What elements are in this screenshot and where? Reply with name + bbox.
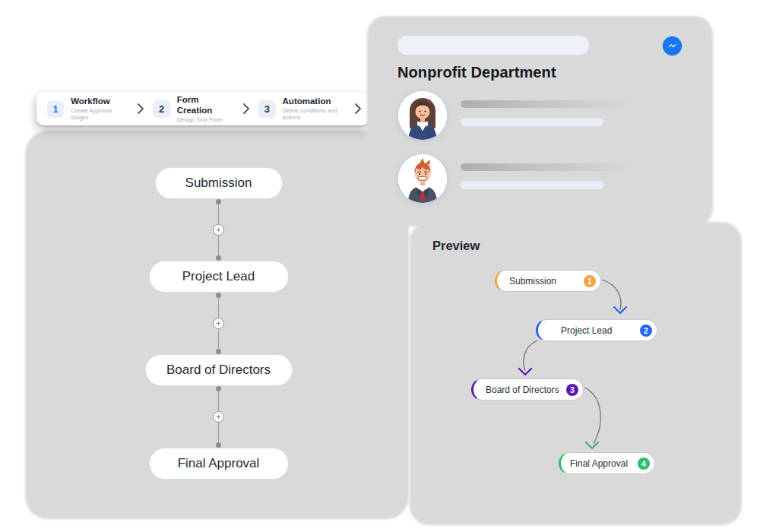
page: 1 Workflow Create Approval Stages 2 Form… xyxy=(0,0,760,532)
preview-node-label: Submission xyxy=(509,276,556,287)
connector-line xyxy=(218,329,220,349)
step-number-badge: 3 xyxy=(566,384,578,396)
stage-pill-project-lead[interactable]: Project Lead xyxy=(149,261,289,293)
connector-dot xyxy=(216,349,221,354)
arrowhead-to-final xyxy=(586,442,598,448)
skeleton-line xyxy=(461,163,632,171)
skeleton-line xyxy=(461,100,632,108)
step-1-label: Workflow xyxy=(71,96,128,106)
step-form-creation[interactable]: 2 Form Creation Design Your Form xyxy=(153,94,234,123)
chevron-right-icon xyxy=(354,103,362,115)
preview-node-label: Project Lead xyxy=(561,325,612,336)
preview-title: Preview xyxy=(432,239,480,253)
add-stage-button[interactable]: + xyxy=(213,318,224,329)
skeleton-lines xyxy=(461,163,632,189)
connector-dot xyxy=(216,255,221,261)
preview-node-label: Final Approval xyxy=(570,458,628,469)
stage-pill-submission[interactable]: Submission xyxy=(155,167,283,199)
woman-avatar xyxy=(397,90,448,141)
skeleton-bar xyxy=(397,36,589,55)
connector-dot xyxy=(216,386,221,391)
step-3-label: Automation xyxy=(283,96,354,106)
stage-pill-final-approval[interactable]: Final Approval xyxy=(149,448,289,480)
step-2-label: Form Creation xyxy=(177,94,235,116)
chevron-right-icon xyxy=(137,103,144,115)
stage-connector: + xyxy=(213,199,224,261)
connector-line xyxy=(218,236,220,255)
step-3-sublabel: Define conditions and actions xyxy=(283,107,354,122)
step-number-badge: 2 xyxy=(640,325,652,337)
workflow-stepper: 1 Workflow Create Approval Stages 2 Form… xyxy=(36,92,369,125)
preview-panel: Preview Submission 1 Project Lead 2 Boar… xyxy=(414,226,722,508)
connector-line xyxy=(218,423,220,442)
preview-node-board-of-directors[interactable]: Board of Directors 3 xyxy=(471,378,584,401)
arrowhead-to-project-lead xyxy=(614,307,626,313)
connector-line xyxy=(218,298,220,318)
workflow-builder-panel: Submission + Project Lead + Board of Dir… xyxy=(43,139,403,496)
chevron-right-icon xyxy=(242,103,250,115)
connector-dot xyxy=(216,293,221,298)
step-2-badge: 2 xyxy=(153,100,169,118)
connector-dot xyxy=(216,199,221,204)
member-row xyxy=(397,154,682,204)
arrowhead-to-board xyxy=(519,369,531,375)
step-1-badge: 1 xyxy=(47,100,64,118)
member-row xyxy=(397,90,682,141)
man-avatar xyxy=(397,154,448,204)
step-number-badge: 1 xyxy=(584,275,596,287)
stage-pill-board-of-directors[interactable]: Board of Directors xyxy=(145,354,293,386)
department-title: Nonprofit Department xyxy=(397,64,682,81)
step-automation[interactable]: 3 Automation Define conditions and actio… xyxy=(258,96,354,121)
add-stage-button[interactable]: + xyxy=(213,411,224,423)
step-2-sublabel: Design Your Form xyxy=(177,116,235,123)
preview-node-final-approval[interactable]: Final Approval 4 xyxy=(559,452,655,474)
step-number-badge: 4 xyxy=(638,458,650,470)
skeleton-line xyxy=(461,181,603,189)
connector-line xyxy=(218,204,220,224)
stage-connector: + xyxy=(213,386,224,448)
skeleton-line xyxy=(461,118,603,126)
step-3-badge: 3 xyxy=(258,100,275,118)
stage-connector: + xyxy=(213,293,224,354)
department-card: Nonprofit Department xyxy=(370,23,699,215)
step-1-sublabel: Create Approval Stages xyxy=(71,107,128,122)
step-workflow[interactable]: 1 Workflow Create Approval Stages xyxy=(47,96,128,121)
add-stage-button[interactable]: + xyxy=(213,224,224,236)
connector-line xyxy=(218,391,220,411)
connector-dot xyxy=(216,442,221,448)
skeleton-lines xyxy=(461,100,632,126)
messenger-icon[interactable] xyxy=(662,36,682,56)
preview-node-label: Board of Directors xyxy=(486,385,559,395)
preview-node-project-lead[interactable]: Project Lead 2 xyxy=(536,319,657,341)
preview-node-submission[interactable]: Submission 1 xyxy=(495,270,601,292)
